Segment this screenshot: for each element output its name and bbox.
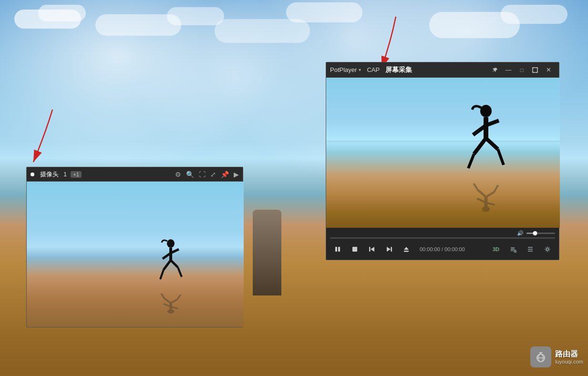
- search-icon[interactable]: 🔍: [186, 171, 194, 178]
- expand-icon[interactable]: ⛶: [199, 171, 206, 178]
- eject-button[interactable]: [399, 242, 414, 257]
- close-button[interactable]: ✕: [542, 62, 555, 78]
- camera-indicator: [31, 173, 34, 176]
- cloud-5: [215, 19, 310, 43]
- svg-rect-35: [335, 247, 337, 252]
- volume-bar[interactable]: [526, 233, 555, 234]
- svg-rect-36: [338, 247, 340, 252]
- svg-rect-18: [533, 68, 537, 72]
- svg-line-7: [171, 260, 178, 267]
- svg-marker-38: [371, 247, 374, 252]
- potplayer-controls: 🔊: [326, 228, 559, 260]
- volume-dot: [533, 231, 537, 235]
- potplayer-titlebar: PotPlayer ▾ CAP 屏幕采集 — □: [326, 62, 559, 78]
- svg-rect-41: [391, 247, 392, 252]
- minimize-button[interactable]: —: [502, 62, 515, 78]
- watermark: 路由器 luyouqi.com: [530, 346, 583, 367]
- camera-video-content: [27, 182, 244, 327]
- potplayer-dropdown[interactable]: ▾: [359, 67, 361, 72]
- svg-point-19: [480, 105, 492, 117]
- more-icon[interactable]: ▶: [234, 171, 239, 178]
- fullscreen-button[interactable]: [528, 62, 542, 78]
- potplayer-video: [326, 78, 560, 228]
- svg-point-47: [514, 250, 516, 252]
- cloud-6: [286, 2, 362, 22]
- potplayer-cap[interactable]: CAP: [367, 66, 380, 73]
- rock-formation: [253, 210, 281, 295]
- watermark-url: luyouqi.com: [555, 359, 583, 365]
- camera-toolbar-icons: ⚙ 🔍 ⛶ ⤢ 📌 ▶: [175, 171, 239, 178]
- svg-point-2: [167, 239, 175, 248]
- camera-badge: +1: [71, 171, 82, 178]
- camera-window: 摄像头 1 +1 ⚙ 🔍 ⛶ ⤢ 📌 ▶: [26, 167, 243, 327]
- cloud-2: [38, 5, 86, 21]
- fullscreen-icon[interactable]: ⤢: [210, 171, 216, 178]
- svg-marker-42: [404, 247, 409, 250]
- volume-icon: 🔊: [517, 230, 524, 236]
- restore-button[interactable]: □: [515, 62, 528, 78]
- stop-button[interactable]: [347, 242, 362, 257]
- playlist-button[interactable]: [523, 242, 538, 257]
- svg-line-24: [486, 138, 498, 149]
- camera-title: 摄像头: [40, 170, 59, 179]
- potplayer-window: PotPlayer ▾ CAP 屏幕采集 — □: [326, 62, 559, 260]
- svg-rect-37: [352, 247, 357, 252]
- time-display: 00:00:00 / 00:00:00: [420, 246, 465, 252]
- watermark-icon: [530, 346, 551, 367]
- 3d-button[interactable]: 3D: [488, 242, 504, 257]
- svg-line-23: [474, 138, 486, 154]
- runner-silhouette-small: [158, 239, 184, 282]
- watermark-brand: 路由器: [555, 349, 583, 359]
- svg-line-26: [498, 149, 504, 165]
- volume-row: 🔊: [330, 230, 555, 237]
- svg-line-48: [516, 252, 517, 253]
- camera-titlebar: 摄像头 1 +1 ⚙ 🔍 ⛶ ⤢ 📌 ▶: [27, 167, 243, 182]
- cloud-4: [167, 7, 224, 25]
- settings-button[interactable]: [540, 242, 555, 257]
- svg-line-8: [160, 270, 164, 279]
- svg-point-52: [547, 248, 549, 251]
- prev-button[interactable]: [364, 242, 380, 257]
- svg-line-6: [164, 260, 171, 270]
- cloud-8: [501, 5, 567, 24]
- potplayer-window-controls: — □ ✕: [488, 62, 555, 78]
- runner-silhouette-large: [464, 104, 507, 173]
- potplayer-brand: PotPlayer: [330, 66, 357, 73]
- svg-line-9: [178, 267, 182, 277]
- settings-icon[interactable]: ⚙: [175, 171, 181, 178]
- playlist-search-button[interactable]: [505, 242, 521, 257]
- svg-line-25: [468, 154, 474, 168]
- potplayer-title: 屏幕采集: [385, 66, 488, 74]
- svg-rect-43: [404, 251, 409, 252]
- pause-button[interactable]: [330, 242, 345, 257]
- svg-marker-40: [387, 247, 391, 252]
- controls-row: 00:00:00 / 00:00:00 3D: [330, 241, 555, 258]
- svg-rect-39: [369, 247, 371, 252]
- progress-bar[interactable]: [330, 237, 555, 239]
- pin-icon[interactable]: 📌: [221, 171, 229, 178]
- next-button[interactable]: [382, 242, 397, 257]
- pin-window-button[interactable]: [488, 62, 502, 78]
- red-arrow-1: [17, 105, 60, 167]
